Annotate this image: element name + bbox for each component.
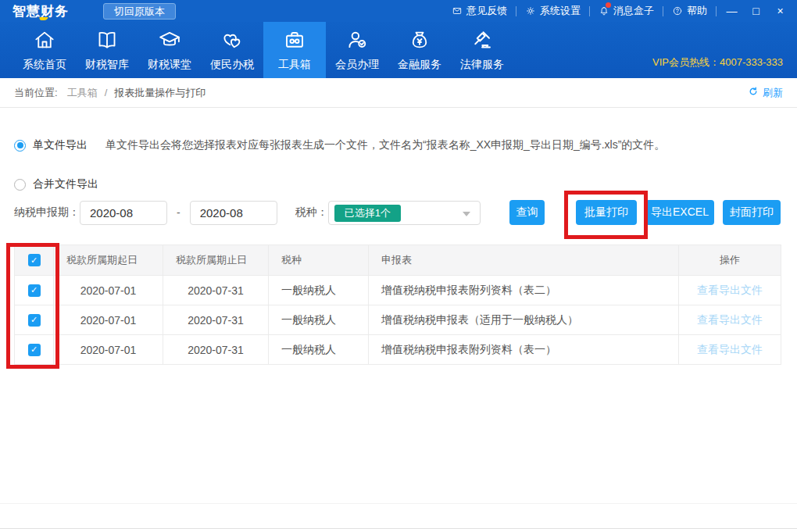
legal-icon xyxy=(470,28,494,55)
breadcrumb: 当前位置: 工具箱 / 报表批量操作与打印 刷新 xyxy=(0,78,797,108)
row-checkbox[interactable] xyxy=(28,314,41,327)
nav-tab-label: 会员办理 xyxy=(335,58,379,72)
switch-back-button[interactable]: 切回原版本 xyxy=(103,3,176,20)
header-period-end: 税款所属期止日 xyxy=(163,245,269,275)
cell-select xyxy=(15,335,54,364)
nav-tab-label: 便民办税 xyxy=(210,58,254,72)
cell-period-end: 2020-07-31 xyxy=(163,305,269,334)
view-export-file-link[interactable]: 查看导出文件 xyxy=(697,284,763,298)
row-checkbox[interactable] xyxy=(28,344,41,356)
titlebar-action-label: 消息盒子 xyxy=(613,4,654,18)
nav-tab-label: 法律服务 xyxy=(460,58,504,72)
period-label: 纳税申报期： xyxy=(14,205,80,220)
nav-tab-toolbox[interactable]: 工具箱 xyxy=(263,22,326,78)
breadcrumb-separator: / xyxy=(105,87,108,98)
radio-single-file[interactable] xyxy=(14,140,26,152)
classroom-icon xyxy=(158,28,181,55)
titlebar-action-help[interactable]: 帮助 xyxy=(663,0,716,22)
cover-print-button[interactable]: 封面打印 xyxy=(723,200,781,225)
option-single-file-export: 单文件导出 单文件导出会将您选择报表对应每张报表生成一个文件，文件名为“报表名称… xyxy=(14,138,665,152)
cell-tax-type: 一般纳税人 xyxy=(269,276,369,305)
titlebar-divider xyxy=(716,6,717,16)
nav-tab-convenience-tax[interactable]: 便民办税 xyxy=(201,22,263,78)
cell-period-start: 2020-07-01 xyxy=(54,335,163,364)
header-period-start: 税款所属期起日 xyxy=(54,245,163,275)
close-button[interactable]: × xyxy=(768,0,792,22)
titlebar-action-label: 帮助 xyxy=(687,4,707,18)
period-from-input[interactable] xyxy=(80,201,167,225)
refresh-button[interactable]: 刷新 xyxy=(748,86,783,100)
view-export-file-link[interactable]: 查看导出文件 xyxy=(697,313,763,327)
tax-type-select[interactable]: 已选择1个 xyxy=(328,201,481,225)
minimize-button[interactable]: — xyxy=(720,0,744,22)
select-all-checkbox[interactable] xyxy=(28,254,41,266)
view-export-file-link[interactable]: 查看导出文件 xyxy=(697,343,763,357)
radio-merged-file-label[interactable]: 合并文件导出 xyxy=(33,177,98,191)
nav-tab-member[interactable]: 会员办理 xyxy=(326,22,388,78)
footer-divider-top xyxy=(0,503,797,504)
cell-tax-type: 一般纳税人 xyxy=(269,305,369,334)
cell-period-start: 2020-07-01 xyxy=(54,276,163,305)
nav-tab-label: 金融服务 xyxy=(398,58,441,72)
cell-select xyxy=(15,305,54,334)
titlebar: 智慧财务 切回原版本 意见反馈系统设置消息盒子帮助 — □ × xyxy=(0,0,797,22)
breadcrumb-parent[interactable]: 工具箱 xyxy=(67,86,98,100)
batch-print-button[interactable]: 批量打印 xyxy=(576,200,637,225)
period-to-input[interactable] xyxy=(190,201,277,225)
maximize-button[interactable]: □ xyxy=(744,0,768,22)
cell-actions: 查看导出文件 xyxy=(679,335,781,364)
titlebar-action-label: 系统设置 xyxy=(540,4,581,18)
nav-tab-finance[interactable]: 金融服务 xyxy=(388,22,451,78)
cell-period-start: 2020-07-01 xyxy=(54,305,163,334)
nav-tab-classroom[interactable]: 财税课堂 xyxy=(138,22,201,78)
member-icon xyxy=(345,28,369,55)
settings-icon xyxy=(525,5,536,16)
cell-period-end: 2020-07-31 xyxy=(163,335,269,364)
titlebar-action-feedback[interactable]: 意见反馈 xyxy=(443,0,516,22)
titlebar-action-message-box[interactable]: 消息盒子 xyxy=(590,0,663,22)
selected-count-tag: 已选择1个 xyxy=(334,205,401,222)
cell-tax-type: 一般纳税人 xyxy=(269,335,369,364)
filter-row: 纳税申报期： - 税种： 已选择1个 xyxy=(14,200,481,225)
table-body: 2020-07-012020-07-31一般纳税人增值税纳税申报表附列资料（表二… xyxy=(15,275,781,364)
nav-tab-library[interactable]: 财税智库 xyxy=(76,22,138,78)
help-icon xyxy=(672,5,683,16)
nav-tab-label: 财税智库 xyxy=(85,58,129,72)
toolbox-icon xyxy=(283,28,306,55)
range-separator: - xyxy=(177,206,180,219)
nav-tab-home[interactable]: 系统首页 xyxy=(13,22,76,78)
single-file-description: 单文件导出会将您选择报表对应每张报表生成一个文件，文件名为“报表名称_XX申报期… xyxy=(105,138,665,152)
header-actions: 操作 xyxy=(679,245,781,275)
cell-report-name: 增值税纳税申报表附列资料（表二） xyxy=(369,276,679,305)
header-report-name: 申报表 xyxy=(369,245,679,275)
table-row: 2020-07-012020-07-31一般纳税人增值税纳税申报表附列资料（表一… xyxy=(15,334,781,364)
row-checkbox[interactable] xyxy=(28,284,41,297)
finance-icon xyxy=(408,28,431,55)
cell-actions: 查看导出文件 xyxy=(679,276,781,305)
breadcrumb-prefix: 当前位置: xyxy=(14,86,58,100)
radio-single-file-label[interactable]: 单文件导出 xyxy=(33,138,88,152)
vip-hotline: VIP会员热线：4007-333-333 xyxy=(652,55,783,70)
window-controls: — □ × xyxy=(720,0,792,22)
chevron-down-icon xyxy=(463,212,470,216)
radio-merged-file[interactable] xyxy=(14,179,26,191)
cell-report-name: 增值税纳税申报表附列资料（表一） xyxy=(369,335,679,364)
query-button[interactable]: 查询 xyxy=(509,200,545,225)
app-window: 智慧财务 切回原版本 意见反馈系统设置消息盒子帮助 — □ × 系统首页财税智库… xyxy=(0,0,797,532)
library-icon xyxy=(95,28,119,55)
reports-table: 税款所属期起日 税款所属期止日 税种 申报表 操作 2020-07-012020… xyxy=(14,245,781,365)
nav-tab-legal[interactable]: 法律服务 xyxy=(451,22,513,78)
cell-report-name: 增值税纳税申报表（适用于一般纳税人） xyxy=(369,305,679,334)
option-merged-file-export: 合并文件导出 xyxy=(14,177,98,191)
export-excel-button[interactable]: 导出EXCEL xyxy=(645,200,714,225)
notification-badge xyxy=(606,2,611,8)
table-row: 2020-07-012020-07-31一般纳税人增值税纳税申报表（适用于一般纳… xyxy=(15,305,781,334)
titlebar-action-settings[interactable]: 系统设置 xyxy=(516,0,589,22)
feedback-icon xyxy=(452,5,463,16)
titlebar-actions: 意见反馈系统设置消息盒子帮助 xyxy=(443,0,717,22)
main-nav: 系统首页财税智库财税课堂便民办税工具箱会员办理金融服务法律服务 VIP会员热线：… xyxy=(0,22,797,78)
table-row: 2020-07-012020-07-31一般纳税人增值税纳税申报表附列资料（表二… xyxy=(15,275,781,305)
app-logo: 智慧财务 xyxy=(13,2,69,20)
footer-divider-bottom xyxy=(0,528,797,529)
nav-tab-label: 系统首页 xyxy=(23,58,66,72)
